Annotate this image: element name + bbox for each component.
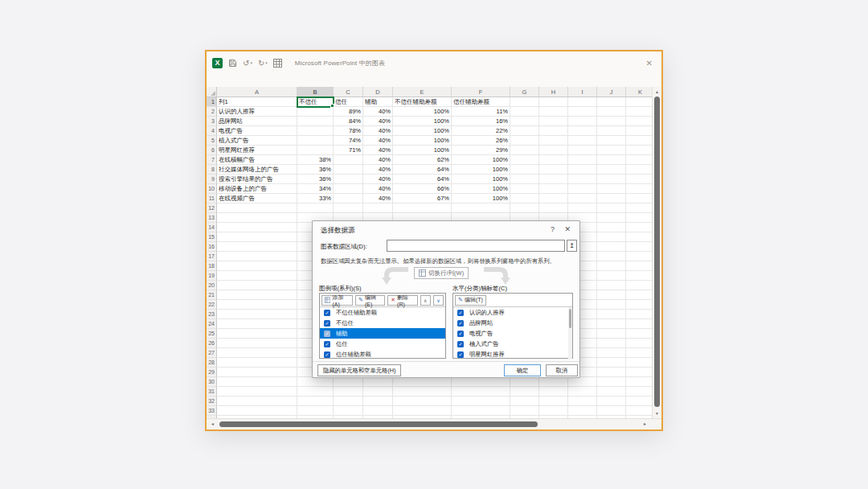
row-header-13[interactable]: 13 — [207, 213, 217, 223]
cell-J15[interactable] — [597, 232, 626, 242]
row-header-14[interactable]: 14 — [207, 223, 217, 232]
cell-D6[interactable]: 40% — [363, 146, 393, 155]
cell-G3[interactable] — [510, 117, 539, 126]
cell-K8[interactable] — [626, 165, 652, 175]
cell-A32[interactable] — [217, 397, 297, 406]
cell-I31[interactable] — [568, 387, 597, 397]
checkbox-icon[interactable]: ✓ — [457, 341, 464, 347]
move-series-down-button[interactable]: ∨ — [433, 295, 444, 306]
cell-I3[interactable] — [568, 117, 597, 126]
cell-I4[interactable] — [568, 126, 597, 136]
cell-F4[interactable]: 22% — [452, 126, 510, 136]
cell-A27[interactable] — [217, 348, 297, 358]
cell-H7[interactable] — [539, 155, 568, 165]
cell-H31[interactable] — [539, 387, 568, 397]
row-header-6[interactable]: 6 — [207, 146, 217, 155]
cell-C7[interactable] — [334, 155, 363, 165]
cell-J16[interactable] — [597, 242, 626, 252]
row-header-2[interactable]: 2 — [207, 107, 217, 117]
categories-scroll-thumb[interactable] — [569, 309, 571, 328]
series-item[interactable]: ✓辅助 — [320, 328, 445, 339]
cell-K22[interactable] — [626, 300, 652, 310]
row-header-17[interactable]: 17 — [207, 252, 217, 261]
row-header-16[interactable]: 16 — [207, 242, 217, 252]
cell-G8[interactable] — [510, 165, 539, 175]
cell-J25[interactable] — [597, 329, 626, 339]
vertical-scroll-thumb[interactable] — [654, 97, 660, 407]
column-header-J[interactable]: J — [597, 87, 626, 97]
cell-K20[interactable] — [626, 281, 652, 290]
cell-F1[interactable]: 信任辅助差额 — [452, 97, 510, 107]
cell-D1[interactable]: 辅助 — [363, 97, 393, 107]
scroll-right-icon[interactable]: ► — [643, 421, 647, 426]
undo-button[interactable]: ↺ ▾ — [243, 59, 252, 68]
checkbox-icon[interactable]: ✓ — [457, 331, 464, 337]
cell-F5[interactable]: 26% — [452, 136, 510, 146]
cell-J30[interactable] — [597, 377, 626, 387]
scroll-left-icon[interactable]: ◄ — [211, 421, 215, 426]
cell-I2[interactable] — [568, 107, 597, 117]
cell-D32[interactable] — [363, 397, 393, 406]
cell-C8[interactable] — [334, 165, 363, 175]
cell-B31[interactable] — [297, 387, 334, 397]
cell-D7[interactable]: 40% — [363, 155, 393, 165]
cell-H11[interactable] — [539, 194, 568, 203]
cell-E11[interactable]: 67% — [393, 194, 452, 203]
cell-D3[interactable]: 40% — [363, 117, 393, 126]
cell-D10[interactable]: 40% — [363, 184, 393, 194]
checkbox-icon[interactable]: ✓ — [457, 351, 464, 358]
checkbox-icon[interactable]: ✓ — [324, 320, 330, 327]
cell-J14[interactable] — [597, 223, 626, 232]
cell-K7[interactable] — [626, 155, 652, 165]
cell-K28[interactable] — [626, 358, 652, 368]
row-header-33[interactable]: 33 — [207, 406, 217, 416]
row-header-19[interactable]: 19 — [207, 271, 217, 281]
cell-F30[interactable] — [452, 377, 510, 387]
cell-D8[interactable]: 40% — [363, 165, 393, 175]
cell-K14[interactable] — [626, 223, 652, 232]
cell-F3[interactable]: 16% — [452, 117, 510, 126]
cell-K29[interactable] — [626, 368, 652, 377]
cell-K10[interactable] — [626, 184, 652, 194]
cell-H33[interactable] — [539, 406, 568, 416]
cell-C4[interactable]: 78% — [334, 126, 363, 136]
cell-E12[interactable] — [393, 203, 452, 213]
column-header-I[interactable]: I — [568, 87, 597, 97]
cell-A5[interactable]: 植入式广告 — [217, 136, 297, 146]
switch-row-column-button[interactable]: 切换行/列(W) — [414, 267, 469, 279]
row-header-23[interactable]: 23 — [207, 310, 217, 319]
cell-A26[interactable] — [217, 339, 297, 348]
edit-categories-button[interactable]: ✎ 编辑(T) — [455, 295, 486, 306]
cell-G9[interactable] — [510, 175, 539, 184]
row-header-30[interactable]: 30 — [207, 377, 217, 387]
cell-B3[interactable] — [297, 117, 334, 126]
cell-C31[interactable] — [334, 387, 363, 397]
cell-E1[interactable]: 不信任辅助差额 — [393, 97, 452, 107]
cell-J31[interactable] — [597, 387, 626, 397]
cell-C32[interactable] — [334, 397, 363, 406]
cell-A9[interactable]: 搜索引擎结果的广告 — [217, 175, 297, 184]
horizontal-scrollbar[interactable]: ◄ ► — [207, 418, 661, 429]
category-item[interactable]: ✓认识的人推荐 — [453, 307, 572, 318]
cell-B9[interactable]: 36% — [297, 175, 334, 184]
column-header-B[interactable]: B — [297, 87, 334, 97]
cell-A10[interactable]: 移动设备上的广告 — [217, 184, 297, 194]
cell-C9[interactable] — [334, 175, 363, 184]
cell-E10[interactable]: 66% — [393, 184, 452, 194]
cell-I9[interactable] — [568, 175, 597, 184]
row-header-25[interactable]: 25 — [207, 329, 217, 339]
cell-K27[interactable] — [626, 348, 652, 358]
cell-F8[interactable]: 100% — [452, 165, 510, 175]
cell-G6[interactable] — [510, 146, 539, 155]
cell-K25[interactable] — [626, 329, 652, 339]
cell-A29[interactable] — [217, 368, 297, 377]
cell-A17[interactable] — [217, 252, 297, 261]
cell-G2[interactable] — [510, 107, 539, 117]
cell-J19[interactable] — [597, 271, 626, 281]
cell-K17[interactable] — [626, 252, 652, 261]
cell-B6[interactable] — [297, 146, 334, 155]
scroll-up-icon[interactable]: ▲ — [653, 89, 661, 94]
cell-A20[interactable] — [217, 281, 297, 290]
window-close-button[interactable]: ✕ — [646, 59, 653, 68]
cell-I33[interactable] — [568, 406, 597, 416]
